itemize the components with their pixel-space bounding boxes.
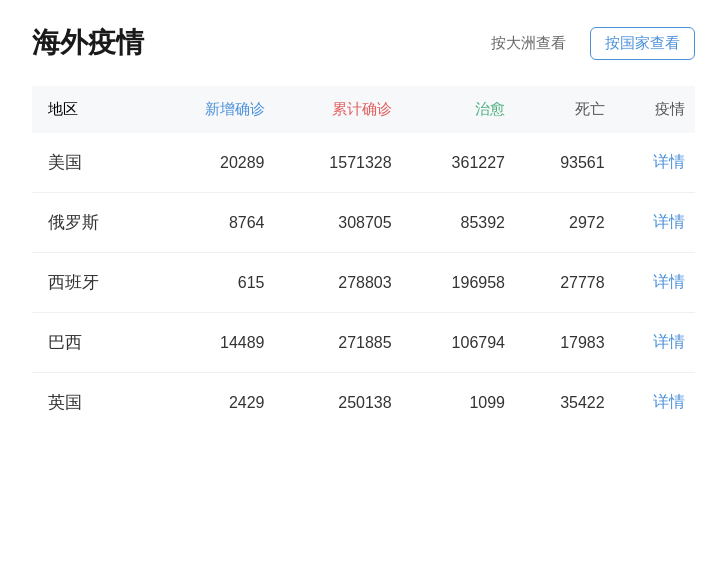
cell-region: 巴西 — [32, 313, 151, 373]
cell-total_confirmed: 271885 — [275, 313, 402, 373]
btn-continent[interactable]: 按大洲查看 — [479, 28, 578, 59]
col-recovered: 治愈 — [402, 86, 515, 133]
table-body: 美国20289157132836122793561详情俄罗斯8764308705… — [32, 133, 695, 432]
main-container: 海外疫情 按大洲查看 按国家查看 地区 新增确诊 累计确诊 治愈 死亡 疫情 美… — [0, 0, 727, 456]
table-row: 西班牙61527880319695827778详情 — [32, 253, 695, 313]
cell-recovered: 196958 — [402, 253, 515, 313]
cell-recovered: 361227 — [402, 133, 515, 193]
col-details: 疫情 — [615, 86, 695, 133]
cell-details[interactable]: 详情 — [615, 373, 695, 433]
table-row: 俄罗斯8764308705853922972详情 — [32, 193, 695, 253]
header-actions: 按大洲查看 按国家查看 — [479, 27, 695, 60]
cell-deaths: 17983 — [515, 313, 615, 373]
cell-details[interactable]: 详情 — [615, 253, 695, 313]
col-region: 地区 — [32, 86, 151, 133]
cell-total_confirmed: 250138 — [275, 373, 402, 433]
cell-total_confirmed: 278803 — [275, 253, 402, 313]
cell-region: 俄罗斯 — [32, 193, 151, 253]
page-title: 海外疫情 — [32, 24, 144, 62]
cell-total_confirmed: 1571328 — [275, 133, 402, 193]
epidemic-table: 地区 新增确诊 累计确诊 治愈 死亡 疫情 美国2028915713283612… — [32, 86, 695, 432]
table-header-row: 地区 新增确诊 累计确诊 治愈 死亡 疫情 — [32, 86, 695, 133]
cell-new_confirmed: 20289 — [151, 133, 275, 193]
cell-recovered: 85392 — [402, 193, 515, 253]
col-new-confirmed: 新增确诊 — [151, 86, 275, 133]
cell-new_confirmed: 2429 — [151, 373, 275, 433]
cell-deaths: 2972 — [515, 193, 615, 253]
cell-region: 西班牙 — [32, 253, 151, 313]
cell-deaths: 35422 — [515, 373, 615, 433]
table-row: 巴西1448927188510679417983详情 — [32, 313, 695, 373]
cell-details[interactable]: 详情 — [615, 313, 695, 373]
cell-region: 英国 — [32, 373, 151, 433]
cell-recovered: 1099 — [402, 373, 515, 433]
table-row: 英国2429250138109935422详情 — [32, 373, 695, 433]
cell-new_confirmed: 615 — [151, 253, 275, 313]
cell-new_confirmed: 8764 — [151, 193, 275, 253]
table-row: 美国20289157132836122793561详情 — [32, 133, 695, 193]
cell-region: 美国 — [32, 133, 151, 193]
cell-details[interactable]: 详情 — [615, 133, 695, 193]
cell-deaths: 93561 — [515, 133, 615, 193]
cell-deaths: 27778 — [515, 253, 615, 313]
btn-country[interactable]: 按国家查看 — [590, 27, 695, 60]
cell-total_confirmed: 308705 — [275, 193, 402, 253]
cell-details[interactable]: 详情 — [615, 193, 695, 253]
col-deaths: 死亡 — [515, 86, 615, 133]
cell-new_confirmed: 14489 — [151, 313, 275, 373]
col-total-confirmed: 累计确诊 — [275, 86, 402, 133]
header: 海外疫情 按大洲查看 按国家查看 — [32, 24, 695, 62]
cell-recovered: 106794 — [402, 313, 515, 373]
